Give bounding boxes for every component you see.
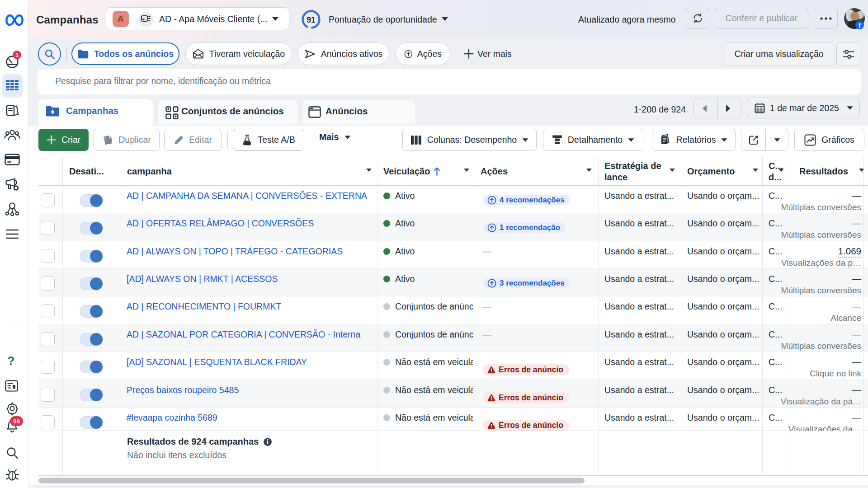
- svg-text:91: 91: [307, 15, 316, 24]
